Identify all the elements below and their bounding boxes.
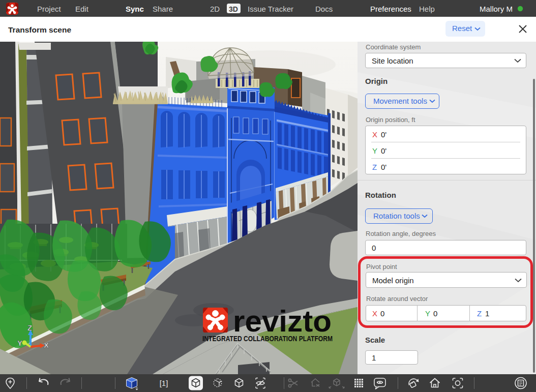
svg-text:Z: Z xyxy=(27,323,32,332)
svg-text:X: X xyxy=(44,341,49,349)
svg-text:INTEGRATED COLLABORATION PLATF: INTEGRATED COLLABORATION PLATFORM xyxy=(202,334,333,343)
svg-text:Y: Y xyxy=(17,339,22,347)
svg-text:[1]: [1] xyxy=(160,379,168,387)
svg-text:revizto: revizto xyxy=(233,304,332,338)
